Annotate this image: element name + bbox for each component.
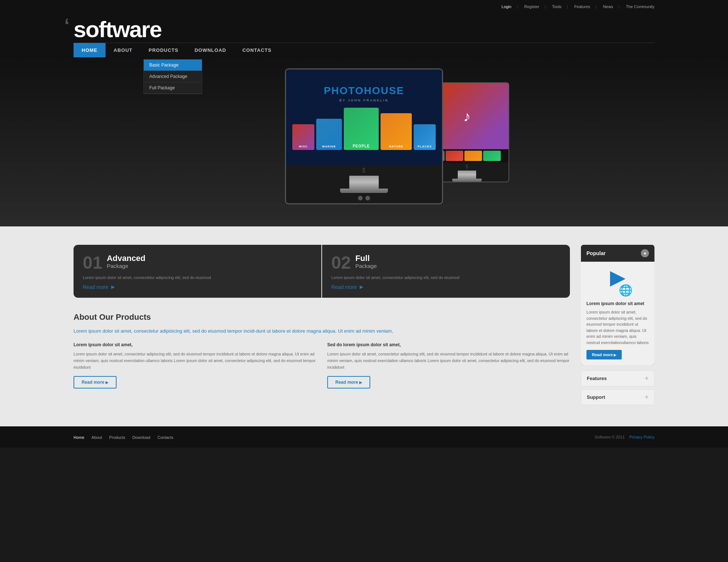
nav-link-products[interactable]: PRODUCTS: [140, 43, 186, 57]
pkg-name-bot-2: Package: [355, 263, 561, 269]
photo-title: PHOTOHOUSE: [324, 85, 404, 97]
nav-item-about[interactable]: ABOUT: [106, 43, 140, 57]
copyright: Software © 2011: [595, 435, 625, 439]
photo-title-part2: HOUSE: [364, 85, 404, 96]
sidebar: Popular ● ▶ 🌐 Lorem ipsum dolor sit amet…: [581, 245, 654, 408]
card-label-misc: MISC: [299, 145, 308, 148]
about-cols: Lorem ipsum dolor sit amet, Lorem ipsum …: [74, 342, 570, 389]
pkg-link-1: Read more ►: [83, 284, 312, 290]
plus-icon-support: +: [645, 393, 649, 401]
monitor-stand-large: [349, 176, 379, 189]
topbar-login[interactable]: Login: [502, 4, 511, 9]
topbar-register[interactable]: Register: [524, 4, 539, 9]
hero-section: PHOTOHOUSE BY JOHN FRANKLIN MISC MARINE …: [0, 57, 728, 226]
nav-link-download[interactable]: DOWNLOAD: [186, 43, 234, 57]
footer-link-contacts[interactable]: Contacts: [157, 435, 173, 440]
monitor-base-large: [340, 189, 388, 193]
header: software: [0, 12, 728, 43]
photo-subtitle: BY JOHN FRANKLIN: [339, 99, 389, 102]
footer: Home About Products Download Contacts So…: [0, 426, 728, 448]
footer-link-products[interactable]: Products: [109, 435, 125, 440]
monitor-base-small: [452, 179, 482, 182]
footer-link-about[interactable]: About: [92, 435, 102, 440]
about-col-2: Sed do lorem ipsum dolor sit amet, Lorem…: [327, 342, 570, 389]
pkg-desc-2: Lorem ipsum dolor sit amet, consectetur …: [331, 275, 561, 281]
read-more-btn-1[interactable]: Read more: [74, 376, 117, 389]
dot-2: [365, 196, 370, 200]
privacy-policy-link[interactable]: Privacy Policy: [629, 435, 654, 439]
sep3: |: [567, 4, 568, 9]
read-more-sidebar-btn[interactable]: Read more: [586, 350, 622, 359]
pop-text: Lorem ipsum dolor sit amet, consectetur …: [586, 309, 649, 346]
popular-label: Popular: [586, 250, 606, 256]
pkg-name-top-2: Full: [355, 254, 561, 263]
read-more-btn-2[interactable]: Read more: [327, 376, 370, 389]
pkg-name-top-1: Advanced: [107, 254, 312, 263]
photo-card-people: PEOPLE: [344, 108, 379, 150]
footer-link-home[interactable]: Home: [74, 435, 84, 440]
photo-title-part1: PHOTO: [324, 85, 364, 96]
col2-title: Sed do lorem ipsum dolor sit amet,: [327, 342, 570, 347]
photo-card-misc: MISC: [292, 124, 314, 150]
sep2: |: [545, 4, 546, 9]
features-label: Features: [587, 376, 607, 381]
pkg-link-2: Read more ►: [331, 284, 561, 290]
footer-right: Software © 2011 Privacy Policy: [595, 435, 654, 439]
monitor-large: PHOTOHOUSE BY JOHN FRANKLIN MISC MARINE …: [285, 68, 443, 204]
nav-item-products[interactable]: PRODUCTS: [140, 43, 186, 57]
popular-body: ▶ 🌐 Lorem ipsum dolor sit amet Lorem ips…: [581, 262, 654, 365]
logo: software: [74, 18, 161, 43]
globe-icon: 🌐: [619, 284, 632, 297]
pkg-num-2: 02: [331, 254, 351, 272]
footer-link-download[interactable]: Download: [132, 435, 150, 440]
nav: HOME ABOUT PRODUCTS DOWNLOAD CONTACTS Ba…: [0, 43, 728, 57]
col1-text: Lorem ipsum dolor sit amet, consectetur …: [74, 351, 316, 371]
nav-item-contacts[interactable]: CONTACTS: [234, 43, 279, 57]
thumb-2: [446, 151, 463, 161]
sep4: |: [596, 4, 597, 9]
photo-card-places: PLACES: [414, 124, 436, 150]
top-bar: Login | Register | Tools | Features | Ne…: [0, 0, 728, 12]
about-intro: Lorem ipsum dolor sit amet, consectetur …: [74, 327, 570, 335]
pkg-arrow-icon-2: ►: [358, 284, 364, 290]
popular-header: Popular ●: [581, 245, 654, 262]
topbar-community[interactable]: The Community: [626, 4, 654, 9]
footer-links: Home About Products Download Contacts: [74, 434, 179, 440]
thumb-3: [464, 151, 482, 161]
support-header[interactable]: Support +: [581, 389, 654, 405]
dropdown-advanced[interactable]: Advanced Package: [144, 71, 202, 82]
dropdown-basic[interactable]: Basic Package: [144, 60, 202, 71]
nav-link-contacts[interactable]: CONTACTS: [234, 43, 279, 57]
package-cards: 01 Advanced Package Lorem ipsum dolor si…: [74, 245, 570, 298]
dropdown-full[interactable]: Full Package: [144, 82, 202, 94]
plus-icon-features: +: [645, 375, 649, 382]
card-label-nature: NATURE: [389, 145, 403, 148]
nav-item-home[interactable]: HOME: [74, 43, 106, 57]
support-label: Support: [587, 394, 605, 400]
nav-link-about[interactable]: ABOUT: [106, 43, 140, 57]
topbar-features[interactable]: Features: [574, 4, 590, 9]
pkg-card-advanced: 01 Advanced Package Lorem ipsum dolor si…: [74, 245, 321, 298]
nav-item-download[interactable]: DOWNLOAD: [186, 43, 234, 57]
features-box: Features +: [581, 371, 654, 386]
apple-logo-large: : [286, 165, 442, 176]
sidebar-icon-area: ▶ 🌐: [586, 267, 649, 297]
nav-list: HOME ABOUT PRODUCTS DOWNLOAD CONTACTS: [74, 43, 654, 57]
thumb-4: [483, 151, 501, 161]
pkg-desc-1: Lorem ipsum dolor sit amet, consectetur …: [83, 275, 312, 281]
nav-link-home[interactable]: HOME: [74, 43, 106, 57]
content-area: 01 Advanced Package Lorem ipsum dolor si…: [0, 226, 728, 426]
topbar-tools[interactable]: Tools: [552, 4, 561, 9]
pkg-num-1: 01: [83, 254, 102, 272]
col2-text: Lorem ipsum dolor sit amet, consectetur …: [327, 351, 570, 371]
monitor-wrap: PHOTOHOUSE BY JOHN FRANKLIN MISC MARINE …: [285, 68, 443, 204]
products-dropdown: Basic Package Advanced Package Full Pack…: [143, 59, 202, 94]
monitor-dots: [286, 196, 442, 200]
topbar-news[interactable]: News: [603, 4, 613, 9]
pkg-name-bot-1: Package: [107, 263, 312, 269]
dot-1: [358, 196, 363, 200]
popular-box: Popular ● ▶ 🌐 Lorem ipsum dolor sit amet…: [581, 245, 654, 365]
monitor-stand-small: [458, 171, 476, 179]
popular-btn[interactable]: ●: [641, 249, 649, 257]
features-header[interactable]: Features +: [581, 371, 654, 386]
